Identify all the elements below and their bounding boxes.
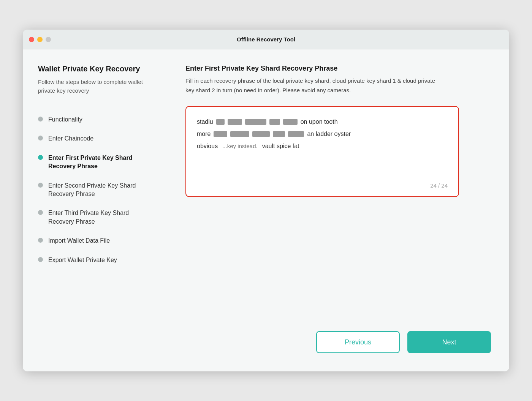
blur-7 — [230, 131, 249, 137]
phrase-input-box[interactable]: stadiu on upon tooth more — [185, 106, 459, 197]
blur-4 — [269, 119, 280, 125]
step-dot-import-wallet — [38, 238, 43, 243]
panel-heading: Enter First Private Key Shard Recovery P… — [185, 65, 491, 73]
sidebar-item-enter-second-shard[interactable]: Enter Second Private Key Shard Recovery … — [38, 176, 152, 204]
step-label-functionality: Functionality — [48, 115, 82, 124]
word-inline-blur: ...key instead. — [222, 141, 258, 152]
sidebar-item-functionality[interactable]: Functionality — [38, 110, 152, 129]
sidebar-title: Wallet Private Key Recovery — [38, 65, 152, 73]
step-label-enter-second-shard: Enter Second Private Key Shard Recovery … — [48, 182, 152, 199]
right-panel: Enter First Private Key Shard Recovery P… — [167, 65, 509, 316]
minimize-button[interactable] — [37, 37, 43, 42]
traffic-lights — [29, 37, 51, 42]
step-label-export-wallet: Export Wallet Private Key — [48, 256, 117, 264]
window-title: Offline Recovery Tool — [237, 36, 295, 43]
blur-6 — [214, 131, 227, 137]
close-button[interactable] — [29, 37, 34, 42]
word-obvious: obvious — [197, 140, 218, 152]
sidebar: Wallet Private Key Recovery Follow the s… — [23, 65, 167, 316]
step-label-enter-first-shard: Enter First Private Key Shard Recovery P… — [48, 154, 152, 171]
sidebar-subtitle: Follow the steps below to complete walle… — [38, 78, 152, 95]
phrase-line-1: stadiu on upon tooth — [197, 116, 448, 128]
sidebar-item-import-wallet[interactable]: Import Wallet Data File — [38, 231, 152, 250]
titlebar: Offline Recovery Tool — [23, 30, 509, 49]
step-dot-enter-third-shard — [38, 210, 43, 215]
panel-description: Fill in each recovery phrase of the loca… — [185, 76, 444, 95]
blur-5 — [283, 119, 298, 125]
step-dot-enter-first-shard — [38, 155, 43, 160]
sidebar-steps: FunctionalityEnter ChaincodeEnter First … — [38, 110, 152, 270]
word-stadiu: stadiu — [197, 116, 213, 128]
sidebar-item-enter-third-shard[interactable]: Enter Third Private Key Shard Recovery P… — [38, 204, 152, 231]
phrase-line-3: obvious ...key instead. vault spice fat — [197, 140, 448, 152]
bottom-bar: Previous Next — [23, 316, 509, 371]
word-more: more — [197, 128, 211, 140]
step-label-enter-third-shard: Enter Third Private Key Shard Recovery P… — [48, 209, 152, 226]
phrase-line-2: more an ladder oyster — [197, 128, 448, 140]
word-vault-spice-fat: vault spice fat — [262, 140, 299, 152]
step-label-import-wallet: Import Wallet Data File — [48, 237, 110, 245]
app-window: Offline Recovery Tool Wallet Private Key… — [23, 30, 509, 371]
word-on-upon-tooth: on upon tooth — [301, 116, 338, 128]
phrase-counter: 24 / 24 — [197, 182, 448, 189]
blur-2 — [228, 119, 242, 125]
step-dot-export-wallet — [38, 257, 43, 262]
maximize-button[interactable] — [46, 37, 51, 42]
sidebar-item-enter-chaincode[interactable]: Enter Chaincode — [38, 129, 152, 148]
next-button[interactable]: Next — [407, 331, 491, 353]
blur-3 — [245, 119, 266, 125]
sidebar-item-export-wallet[interactable]: Export Wallet Private Key — [38, 251, 152, 270]
main-content: Wallet Private Key Recovery Follow the s… — [23, 49, 509, 316]
phrase-content: stadiu on upon tooth more — [197, 116, 448, 176]
sidebar-item-enter-first-shard[interactable]: Enter First Private Key Shard Recovery P… — [38, 148, 152, 176]
blur-9 — [273, 131, 285, 137]
step-dot-functionality — [38, 117, 43, 122]
blur-8 — [252, 131, 270, 137]
blur-1 — [216, 119, 225, 125]
word-an-ladder-oyster: an ladder oyster — [307, 128, 351, 140]
previous-button[interactable]: Previous — [316, 331, 400, 353]
step-dot-enter-chaincode — [38, 136, 43, 141]
blur-10 — [288, 131, 304, 137]
step-dot-enter-second-shard — [38, 183, 43, 188]
step-label-enter-chaincode: Enter Chaincode — [48, 134, 93, 143]
